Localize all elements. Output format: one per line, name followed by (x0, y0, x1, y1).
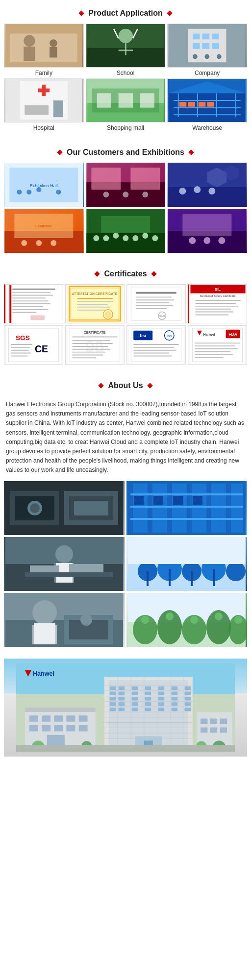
svg-rect-15 (193, 34, 200, 40)
svg-point-93 (219, 237, 226, 244)
svg-rect-155 (72, 352, 105, 353)
svg-rect-275 (110, 691, 116, 695)
svg-rect-151 (72, 340, 110, 341)
svg-rect-133 (195, 306, 238, 307)
cert-sgs: SGS CE (4, 325, 63, 365)
expo-img-5 (86, 209, 166, 253)
svg-rect-221 (191, 571, 193, 586)
svg-point-86 (152, 235, 158, 241)
certificates-header: Certificates (0, 261, 251, 284)
svg-rect-268 (110, 686, 116, 689)
svg-rect-100 (12, 300, 48, 301)
svg-rect-222 (213, 569, 215, 586)
svg-point-53 (17, 190, 22, 195)
about-img-2 (126, 481, 247, 535)
svg-rect-202 (173, 496, 183, 505)
svg-rect-162 (133, 344, 179, 345)
svg-rect-281 (185, 691, 191, 695)
svg-point-84 (132, 235, 138, 241)
svg-rect-297 (119, 708, 125, 711)
svg-point-22 (205, 54, 210, 59)
cert-grid-row1: ATTESTATION CERTIFICATE (0, 284, 251, 323)
svg-rect-45 (179, 102, 187, 107)
svg-point-218 (226, 562, 246, 581)
product-grid: Family School (0, 24, 251, 139)
svg-rect-117 (128, 285, 183, 323)
svg-point-85 (142, 233, 148, 239)
svg-rect-112 (77, 304, 108, 305)
cert-grid-row2: SGS CE CERTIFICATE 98 (0, 323, 251, 372)
product-label-family: Family (35, 70, 52, 76)
svg-rect-60 (130, 168, 160, 190)
svg-rect-228 (34, 623, 55, 644)
svg-rect-271 (145, 686, 151, 689)
product-img-hospital (4, 78, 84, 122)
svg-point-82 (113, 233, 119, 239)
svg-text:CE: CE (35, 343, 48, 354)
svg-text:SEAL: SEAL (158, 315, 166, 318)
product-application-header: Product Application (0, 0, 251, 24)
svg-point-4 (50, 39, 57, 47)
svg-text:bsi: bsi (140, 333, 146, 338)
about-img-3 (4, 537, 125, 591)
expo-img-1: Exhibition Hall (4, 163, 84, 207)
certificates-title: Certificates (104, 270, 147, 278)
svg-rect-291 (132, 702, 138, 706)
svg-point-76 (36, 240, 42, 246)
svg-rect-135 (195, 312, 233, 313)
svg-rect-194 (192, 484, 206, 533)
svg-rect-163 (133, 347, 174, 348)
svg-rect-156 (72, 355, 103, 356)
svg-rect-293 (158, 702, 165, 706)
svg-rect-164 (133, 350, 176, 351)
svg-rect-282 (110, 697, 116, 700)
svg-rect-321 (220, 718, 227, 724)
svg-rect-35 (140, 93, 154, 107)
svg-rect-145 (11, 355, 27, 356)
svg-rect-269 (119, 686, 125, 689)
svg-rect-166 (133, 355, 172, 356)
svg-rect-150 (72, 336, 118, 337)
svg-rect-1 (10, 34, 77, 63)
svg-rect-178 (195, 351, 230, 352)
svg-rect-219 (147, 571, 149, 586)
svg-point-77 (50, 240, 56, 246)
svg-point-92 (204, 237, 211, 244)
svg-rect-120 (136, 296, 172, 297)
svg-rect-123 (136, 305, 173, 306)
cert-line-right (152, 272, 158, 276)
svg-rect-270 (132, 686, 138, 689)
cert-diamond-right (151, 271, 156, 276)
svg-point-91 (189, 237, 196, 244)
product-item-hospital: Hospital (4, 78, 84, 131)
svg-rect-324 (220, 727, 227, 733)
product-item-school: School (86, 24, 166, 76)
product-application-title: Product Application (88, 9, 162, 18)
about-diamond (99, 383, 104, 388)
svg-rect-111 (77, 301, 113, 302)
svg-rect-300 (158, 708, 165, 711)
svg-rect-17 (212, 34, 219, 40)
about-photos-top (0, 481, 251, 591)
about-photos-bottom (0, 591, 251, 655)
svg-rect-154 (72, 349, 110, 350)
svg-point-69 (194, 186, 201, 193)
svg-rect-200 (134, 496, 144, 505)
svg-rect-301 (172, 708, 178, 711)
svg-rect-132 (195, 303, 236, 304)
svg-point-75 (21, 240, 27, 246)
svg-rect-284 (132, 697, 138, 700)
svg-rect-87 (101, 216, 150, 233)
svg-point-187 (30, 503, 40, 513)
product-label-shopping: Shopping mall (107, 124, 144, 131)
svg-point-70 (209, 188, 216, 195)
svg-text:Functional Safety Certificate: Functional Safety Certificate (200, 294, 235, 297)
svg-rect-47 (199, 102, 206, 107)
svg-rect-191 (133, 484, 148, 533)
svg-point-241 (166, 612, 174, 620)
svg-point-116 (104, 311, 111, 318)
svg-rect-179 (195, 354, 233, 355)
svg-rect-316 (79, 725, 88, 732)
svg-rect-292 (145, 702, 151, 706)
svg-rect-121 (136, 299, 174, 300)
